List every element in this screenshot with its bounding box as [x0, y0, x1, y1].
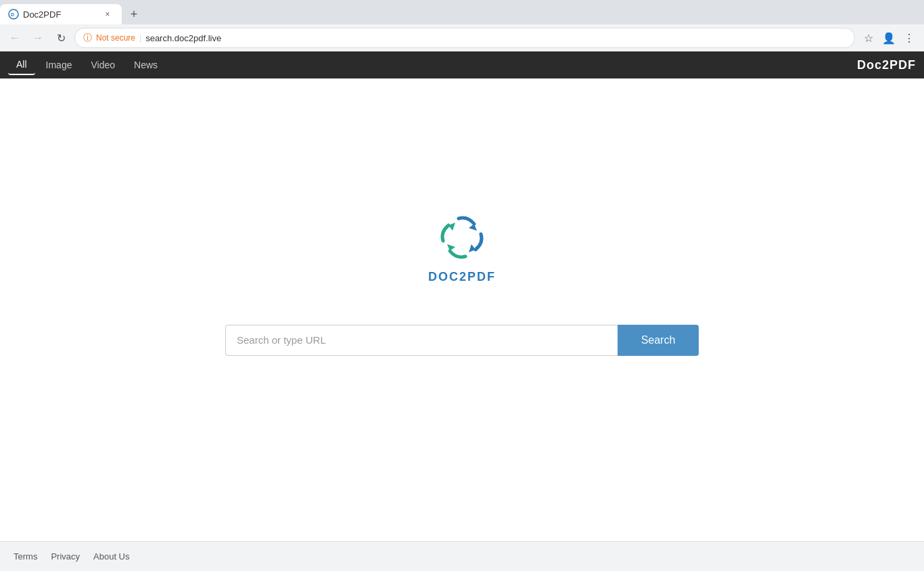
svg-marker-4: [447, 244, 455, 251]
svg-marker-3: [469, 244, 476, 252]
search-input[interactable]: [225, 325, 618, 356]
address-bar[interactable]: ⓘ Not secure |: [74, 28, 855, 48]
terms-link[interactable]: Terms: [14, 551, 37, 562]
footer: Terms Privacy About Us: [0, 541, 924, 571]
svg-marker-2: [469, 224, 477, 231]
tab-close-button[interactable]: ×: [101, 8, 114, 20]
url-input[interactable]: [145, 33, 846, 43]
tab-favicon: D: [8, 9, 19, 20]
bookmark-button[interactable]: ☆: [859, 28, 878, 47]
menu-button[interactable]: ⋮: [900, 28, 919, 47]
address-divider: |: [139, 33, 141, 43]
security-icon: ⓘ: [83, 32, 92, 44]
svg-text:D: D: [11, 12, 14, 17]
tab-bar: D Doc2PDF × +: [0, 0, 924, 24]
new-tab-button[interactable]: +: [124, 5, 143, 24]
about-us-link[interactable]: About Us: [93, 551, 129, 562]
site-nav: All Image Video News Doc2PDF: [0, 51, 924, 78]
tab-title: Doc2PDF: [23, 9, 97, 20]
nav-item-news[interactable]: News: [126, 55, 166, 74]
browser-tab[interactable]: D Doc2PDF ×: [0, 4, 122, 24]
site-logo: [435, 210, 489, 265]
forward-button[interactable]: →: [28, 28, 47, 47]
site-nav-logo: Doc2PDF: [857, 58, 916, 72]
nav-item-video[interactable]: Video: [83, 55, 123, 74]
not-secure-label: Not secure: [96, 33, 135, 43]
browser-chrome: D Doc2PDF × + ← → ↻ ⓘ Not secure | ☆ 👤 ⋮: [0, 0, 924, 51]
nav-item-image[interactable]: Image: [38, 55, 80, 74]
address-bar-row: ← → ↻ ⓘ Not secure | ☆ 👤 ⋮: [0, 24, 924, 51]
search-button[interactable]: Search: [618, 325, 699, 356]
browser-actions: ☆ 👤 ⋮: [859, 28, 919, 47]
main-content: DOC2PDF Search: [0, 78, 924, 541]
logo-text: DOC2PDF: [428, 270, 496, 284]
privacy-link[interactable]: Privacy: [51, 551, 80, 562]
search-bar-container: Search: [225, 325, 699, 356]
back-button[interactable]: ←: [5, 28, 24, 47]
logo-container: DOC2PDF: [428, 210, 496, 284]
nav-item-all[interactable]: All: [8, 55, 35, 75]
account-button[interactable]: 👤: [879, 28, 898, 47]
reload-button[interactable]: ↻: [51, 28, 70, 47]
svg-marker-5: [448, 223, 455, 231]
